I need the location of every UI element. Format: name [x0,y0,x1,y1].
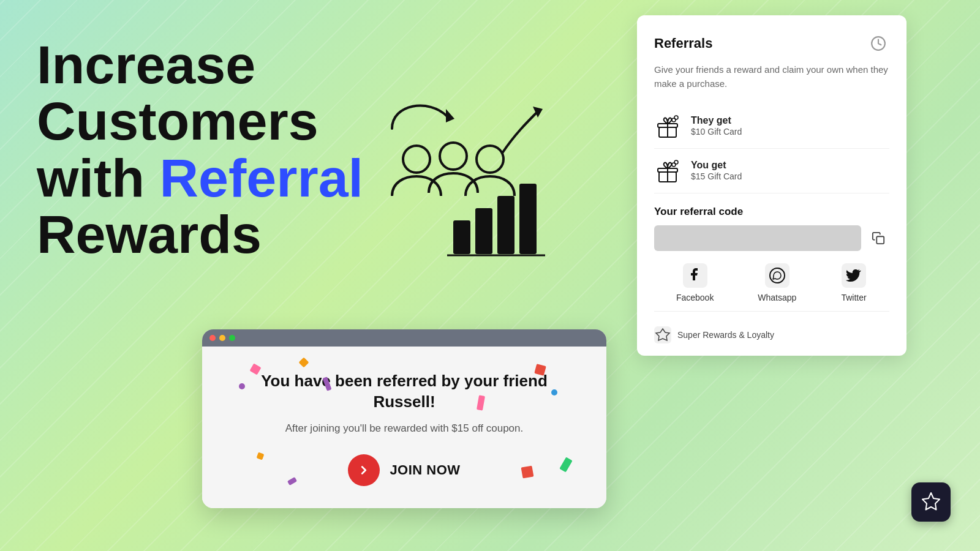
svg-rect-6 [475,208,492,254]
panel-description: Give your friends a reward and claim you… [654,63,889,91]
facebook-share-button[interactable]: Facebook [676,262,714,302]
twitter-label: Twitter [841,293,866,302]
gift-icon-you [654,157,681,184]
svg-rect-23 [765,263,790,288]
copy-code-button[interactable] [867,227,889,249]
you-get-text: You get $15 Gift Card [691,160,742,182]
you-get-item: You get $15 Gift Card [654,149,889,193]
referral-panel: Referrals Give your friends a reward and… [637,15,907,356]
floating-super-rewards-button[interactable] [911,482,951,522]
popup-body: You have been referred by your friend Ru… [202,347,606,508]
popup-subtitle: After joining you'll be rewarded with $1… [227,422,582,435]
popup-topbar [202,329,606,347]
referral-code-section: Your referral code [654,206,889,343]
headline-line2: Customers [37,91,318,151]
svg-rect-8 [519,184,537,254]
facebook-label: Facebook [676,293,714,302]
they-get-text: They get $10 Gift Card [691,115,742,137]
headline-line1: Increase [37,34,255,95]
code-input-row [654,225,889,251]
panel-title: Referrals [654,36,712,51]
super-rewards-logo [654,326,671,343]
svg-point-0 [403,146,430,173]
history-button[interactable] [867,32,889,54]
twitter-icon [840,262,867,289]
svg-rect-21 [876,236,884,244]
whatsapp-icon [764,262,791,289]
svg-point-1 [440,143,467,170]
popup-card: You have been referred by your friend Ru… [202,329,606,508]
footer-brand-text: Super Rewards & Loyalty [677,330,774,340]
referral-code-label: Your referral code [654,206,889,218]
popup-title: You have been referred by your friend Ru… [227,371,582,413]
join-now-label: JOIN NOW [390,462,460,478]
svg-point-15 [674,116,678,119]
join-now-button[interactable] [348,454,380,486]
headline-line3-colored: Referral [159,148,363,208]
headline-line4: Rewards [37,204,262,264]
they-get-item: They get $10 Gift Card [654,104,889,149]
confetti-8 [521,466,534,479]
dot-yellow [219,335,225,341]
confetti-3 [299,358,309,368]
facebook-icon [682,262,709,289]
referral-code-input[interactable] [654,225,861,251]
whatsapp-label: Whatsapp [758,293,796,302]
twitter-share-button[interactable]: Twitter [840,262,867,302]
panel-header: Referrals [654,32,889,54]
share-buttons-row: Facebook Whatsapp [654,262,889,312]
whatsapp-share-button[interactable]: Whatsapp [758,262,796,302]
gift-icon-they [654,113,681,140]
svg-marker-3 [446,109,454,122]
center-graphic [355,92,551,263]
dot-green [229,335,235,341]
svg-point-20 [674,160,678,164]
headline-line3-plain: with [37,148,159,208]
panel-footer: Super Rewards & Loyalty [654,323,889,343]
svg-point-2 [477,146,503,173]
headline-section: Increase Customers with Referral Rewards [37,37,363,263]
dot-red [209,335,216,341]
svg-rect-5 [453,220,470,254]
svg-rect-7 [497,196,514,254]
